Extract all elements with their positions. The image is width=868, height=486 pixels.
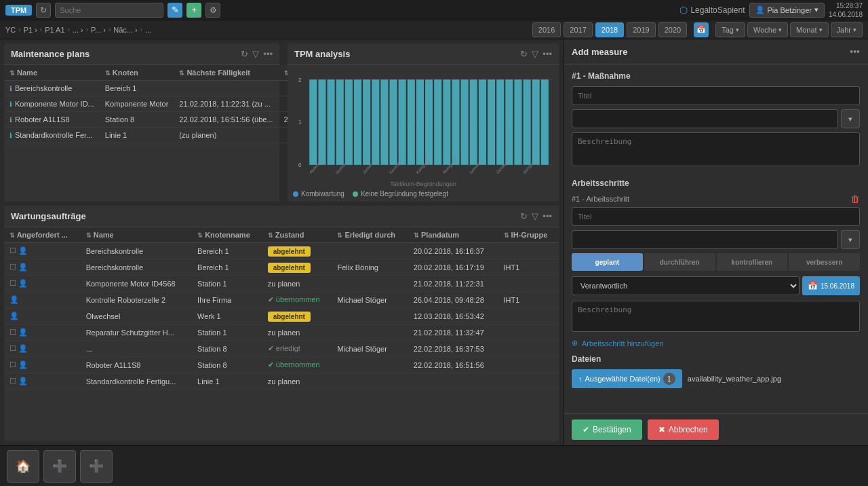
year-2016[interactable]: 2016 xyxy=(532,22,561,37)
year-2017[interactable]: 2017 xyxy=(564,22,592,37)
step-titel-input[interactable] xyxy=(572,207,860,226)
wart-refresh-btn[interactable]: ↻ xyxy=(520,211,528,221)
period-jahr[interactable]: Jahr ▾ xyxy=(831,22,863,37)
breadcrumb-yc[interactable]: YC xyxy=(5,26,16,34)
wcol-knotenname[interactable]: ⇅ Knotenname xyxy=(192,227,262,243)
files-select-btn[interactable]: ↑ Ausgewählte Datei(en) 1 xyxy=(572,369,682,388)
wcol-plandatum[interactable]: ⇅ Plandatum xyxy=(408,227,498,243)
cancel-btn[interactable]: ✖ Abbrechen xyxy=(648,419,719,440)
maintenance-more-btn[interactable]: ••• xyxy=(263,49,273,59)
table-row[interactable]: ☐ 👤 Komponente Motor ID4568 Station 1 zu… xyxy=(4,276,559,292)
massnahme-dropdown[interactable] xyxy=(572,109,838,128)
year-2020[interactable]: 2020 xyxy=(658,22,687,37)
year-2018[interactable]: 2018 xyxy=(595,22,624,37)
tab-verbessern[interactable]: verbessern xyxy=(789,253,860,271)
wcol-angefordert[interactable]: ⇅ Angefordert ... xyxy=(4,227,81,243)
settings-icon-btn[interactable]: ⚙ xyxy=(205,3,220,18)
tab-geplant[interactable]: geplant xyxy=(572,253,643,271)
cell-zustand: abgelehnt xyxy=(262,243,332,259)
user-menu[interactable]: 👤 Pia Betzinger ▾ xyxy=(749,3,825,18)
breadcrumb-dots2[interactable]: ... xyxy=(145,26,151,34)
tpm-filter-btn[interactable]: ▽ xyxy=(532,49,538,59)
massnahme-titel-input[interactable] xyxy=(572,86,860,105)
year-2019[interactable]: 2019 xyxy=(627,22,655,37)
table-row[interactable]: ☐ 👤 Roboter A1L1S8 Station 8 ✔ übernomme… xyxy=(4,357,559,373)
table-row[interactable]: ☐ 👤 Bereichskontrolle Bereich 1 abgelehn… xyxy=(4,243,559,259)
confirm-btn[interactable]: ✔ Bestätigen xyxy=(572,419,642,440)
cell-erledigt xyxy=(332,308,408,324)
user-dropdown-icon: ▾ xyxy=(814,5,818,14)
footer: 🏠 ➕ ➕ xyxy=(0,445,868,486)
wcol-erledigt[interactable]: ⇅ Erledigt durch xyxy=(332,227,408,243)
breadcrumb-p1[interactable]: P1 › xyxy=(24,26,37,34)
cell-name: ℹBereichskontrolle xyxy=(4,81,100,96)
col-name[interactable]: ⇅ Name xyxy=(4,65,100,81)
search-input[interactable] xyxy=(55,3,163,18)
add-step-btn[interactable]: ⊕ Arbeitsschritt hinzufügen xyxy=(572,339,860,348)
edit-icon-btn[interactable]: ✎ xyxy=(167,3,182,18)
responsible-select[interactable]: Verantwortlich xyxy=(572,276,800,295)
cell-knoten: Station 8 xyxy=(192,341,262,357)
breadcrumb-nac[interactable]: Näc... › xyxy=(113,26,137,34)
right-panel-menu-icon[interactable]: ••• xyxy=(850,46,860,57)
add-icon-btn[interactable]: + xyxy=(186,3,201,18)
legend-keine: Keine Begründung festgelegt xyxy=(353,190,448,198)
footer-add-btn-1[interactable]: ➕ xyxy=(43,450,76,483)
breadcrumb-p[interactable]: P... › xyxy=(91,26,106,34)
cell-ih xyxy=(498,324,559,341)
cell-icons: ☐ 👤 xyxy=(4,276,81,292)
period-monat[interactable]: Monat ▾ xyxy=(790,22,829,37)
tpm-refresh-btn[interactable]: ↻ xyxy=(520,49,528,59)
col-faelligkeit[interactable]: ⇅ Nächste Fälligkeit xyxy=(174,65,278,81)
user-name: Pia Betzinger xyxy=(768,6,812,14)
wart-more-btn[interactable]: ••• xyxy=(542,211,552,221)
cell-ih xyxy=(498,243,559,259)
cell-knoten: Linie 1 xyxy=(100,128,174,143)
maintenance-refresh-btn[interactable]: ↻ xyxy=(241,49,248,59)
table-row[interactable]: ☐ 👤 Standardkontrolle Fertigu... Linie 1… xyxy=(4,373,559,390)
footer-add-btn-2[interactable]: ➕ xyxy=(80,450,113,483)
tpm-more-btn[interactable]: ••• xyxy=(542,49,552,59)
wart-filter-btn[interactable]: ▽ xyxy=(532,211,538,221)
cell-plandatum: 21.02.2018, 11:22:31 xyxy=(408,276,498,292)
table-row[interactable]: ☐ 👤 ... Station 8 ✔ erledigt Michael Stö… xyxy=(4,341,559,357)
table-row[interactable]: 👤 Ölwechsel Werk 1 abgelehnt 12.03.2018,… xyxy=(4,308,559,324)
table-row[interactable]: ☐ 👤 Bereichskontrolle Bereich 1 abgelehn… xyxy=(4,259,559,276)
wartungsauftraege-table-scroll[interactable]: ⇅ Angefordert ... ⇅ Name ⇅ Knotenname ⇅ … xyxy=(4,227,559,441)
svg-rect-24 xyxy=(470,79,477,165)
action-btns: ✔ Bestätigen ✖ Abbrechen xyxy=(564,413,868,445)
delete-step-btn[interactable]: 🗑 xyxy=(850,193,860,204)
period-woche[interactable]: Woche ▾ xyxy=(747,22,788,37)
step-beschreibung[interactable] xyxy=(572,301,860,332)
wcol-zustand[interactable]: ⇅ Zustand xyxy=(262,227,332,243)
cell-ih xyxy=(498,357,559,373)
right-panel-header: Add measure ••• xyxy=(564,39,868,64)
massnahme-beschreibung[interactable] xyxy=(572,132,860,166)
cell-erledigt: Michael Stöger xyxy=(332,292,408,308)
svg-rect-9 xyxy=(336,79,344,165)
cell-icons: ☐ 👤 xyxy=(4,357,81,373)
maintenance-filter-btn[interactable]: ▽ xyxy=(252,49,259,59)
col-knoten[interactable]: ⇅ Knoten xyxy=(100,65,174,81)
table-row[interactable]: ☐ 👤 Reparatur Schutzgitter H... Station … xyxy=(4,324,559,341)
cell-faelligkeit xyxy=(174,81,278,96)
table-row[interactable]: 👤 Kontrolle Roboterzelle 2 Ihre Firma ✔ … xyxy=(4,292,559,308)
cell-erledigt: Felix Böning xyxy=(332,259,408,276)
maintenance-plans-card: Maintenance plans ↻ ▽ ••• ⇅ Name ⇅ Knote… xyxy=(4,43,279,202)
cell-zustand: ✔ übernommen xyxy=(262,357,332,373)
refresh-icon-btn[interactable]: ↻ xyxy=(36,3,51,18)
calendar-view-btn[interactable]: 📅 xyxy=(694,22,709,37)
tab-durchfuehren[interactable]: durchführen xyxy=(644,253,715,271)
footer-home-btn[interactable]: 🏠 xyxy=(7,450,39,483)
wcol-ih[interactable]: ⇅ IH-Gruppe xyxy=(498,227,559,243)
step-dropdown[interactable] xyxy=(572,230,838,249)
tab-kontrollieren[interactable]: kontrollieren xyxy=(717,253,788,271)
step-dropdown-arrow[interactable]: ▾ xyxy=(841,230,860,249)
breadcrumb-dots1[interactable]: ... › xyxy=(73,26,83,34)
app-logo[interactable]: TPM xyxy=(5,5,32,16)
massnahme-dropdown-arrow[interactable]: ▾ xyxy=(841,109,860,128)
breadcrumb-p1a1[interactable]: P1 A1 xyxy=(45,26,64,34)
period-tag[interactable]: Tag ▾ xyxy=(715,22,745,37)
wcol-name[interactable]: ⇅ Name xyxy=(81,227,192,243)
cell-zustand: zu planen xyxy=(262,324,332,341)
